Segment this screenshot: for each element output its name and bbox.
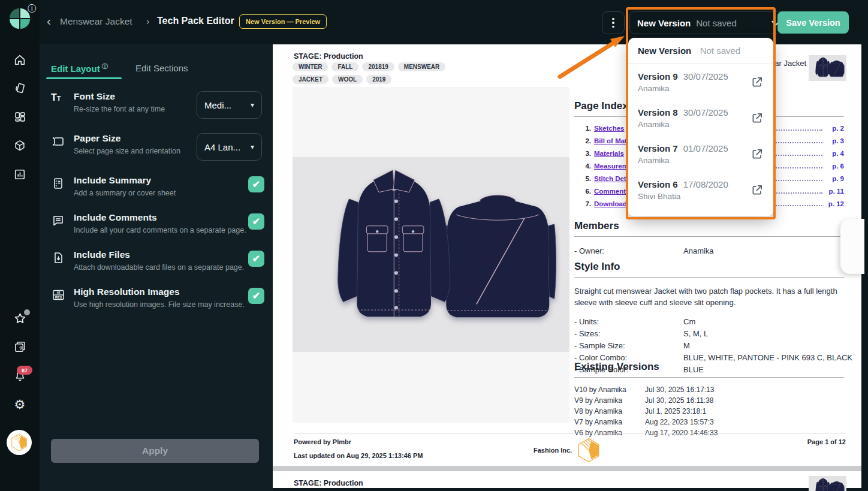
- include-comments-row: Include Comments Include all your card c…: [51, 212, 261, 234]
- comments-icon: [51, 213, 67, 229]
- field-row: - Sizes:S, M, L: [574, 329, 844, 338]
- version-author: Anamika: [638, 156, 751, 165]
- external-link-icon[interactable]: [751, 112, 764, 125]
- external-link-icon[interactable]: [751, 76, 764, 89]
- stage-label: STAGE: Production: [294, 479, 363, 487]
- dropdown-version-item[interactable]: Version 930/07/2025 Anamika: [628, 64, 773, 100]
- apply-button[interactable]: Apply: [51, 439, 259, 463]
- materials-card-icon[interactable]: [13, 82, 26, 95]
- products-box-icon[interactable]: [13, 139, 26, 152]
- owner-value: Anamika: [683, 246, 714, 255]
- last-updated: Last updated on Aug 29, 2025 1:13:46 PM: [294, 452, 423, 459]
- dropdown-current-version[interactable]: New Version Not saved: [628, 38, 773, 64]
- font-size-select[interactable]: Medi... ▾: [197, 91, 262, 119]
- index-page[interactable]: p. 9: [826, 175, 844, 182]
- page-divider: [273, 466, 861, 471]
- field-row: - Sample Size:M: [574, 341, 844, 350]
- help-icon[interactable]: ?: [13, 340, 26, 353]
- version-name: Version 9: [638, 71, 678, 82]
- index-page[interactable]: p. 6: [826, 162, 844, 170]
- version-date: 01/07/2025: [683, 143, 728, 153]
- version-date: 30/07/2025: [683, 107, 728, 118]
- version-author: V8 by Anamika: [574, 407, 645, 415]
- paper-size-icon: [51, 134, 67, 150]
- page-footer: Powered by Plmbr Last updated on Aug 29,…: [294, 433, 846, 459]
- index-page[interactable]: p. 12: [826, 200, 844, 207]
- page-title: Tech Pack Editor: [157, 16, 234, 26]
- field-label: - Sizes:: [574, 329, 683, 338]
- index-number: 1.: [581, 125, 591, 132]
- kebab-menu-button[interactable]: [602, 11, 625, 34]
- members-section: Members - Owner: Anamika: [574, 220, 844, 255]
- font-size-icon: TT: [51, 92, 67, 108]
- index-page[interactable]: p. 2: [826, 125, 844, 132]
- index-link[interactable]: Materials: [594, 150, 624, 157]
- tag-pill: MENSWEAR: [398, 62, 445, 71]
- notification-badge: 87: [17, 366, 32, 375]
- index-number: 7.: [581, 200, 591, 207]
- version-row: V8 by AnamikaJul 1, 2025 23:18:1: [574, 407, 844, 415]
- index-link[interactable]: Downloads: [594, 200, 631, 207]
- tab-edit-layout[interactable]: Edit Layoutⓘ: [51, 62, 108, 74]
- home-icon[interactable]: [13, 53, 26, 67]
- tag-pill: JACKET: [293, 75, 328, 84]
- tag-pill: 201819: [362, 62, 394, 71]
- info-icon[interactable]: ⓘ: [28, 4, 36, 14]
- include-comments-checkbox[interactable]: ✔: [248, 213, 264, 230]
- high-res-checkbox[interactable]: ✔: [248, 288, 264, 304]
- existing-versions-section: Existing Versions V10 by AnamikaJul 30, …: [574, 361, 844, 437]
- company-name: Fashion Inc.: [534, 447, 572, 454]
- page-number: Page 1 of 12: [807, 438, 846, 445]
- summary-doc-icon: [51, 176, 67, 192]
- tab-edit-sections[interactable]: Edit Sections: [135, 63, 188, 73]
- index-link[interactable]: Comments: [594, 188, 629, 195]
- dropdown-version-item[interactable]: Version 701/07/2025 Anamika: [628, 136, 773, 172]
- user-avatar[interactable]: [7, 430, 32, 455]
- tag-pill: WINTER: [293, 62, 328, 71]
- save-version-button[interactable]: Save Version: [777, 11, 849, 34]
- breadcrumb-parent[interactable]: Menswear Jacket: [60, 16, 132, 27]
- style-description: Straight cut menswear Jacket with two pa…: [574, 286, 844, 309]
- index-link[interactable]: Sketches: [594, 125, 625, 132]
- version-author: Shivi Bhatia: [638, 192, 751, 201]
- edge-flap-handle[interactable]: [840, 219, 864, 274]
- active-tab-underline: [46, 77, 122, 79]
- include-summary-desc: Add a summary or cover sheet: [74, 189, 261, 197]
- include-files-title: Include Files: [74, 249, 261, 260]
- favorites-star-icon[interactable]: [13, 312, 26, 325]
- reports-chart-icon[interactable]: [13, 168, 26, 181]
- external-link-icon[interactable]: [751, 147, 764, 161]
- version-row: V9 by AnamikaJul 30, 2025 16:11:38: [574, 396, 844, 405]
- back-chevron-icon[interactable]: ‹: [47, 14, 51, 28]
- paper-size-value: A4 Lan...: [204, 142, 240, 152]
- owner-row: - Owner: Anamika: [574, 246, 844, 255]
- include-files-checkbox[interactable]: ✔: [248, 251, 264, 267]
- settings-gear-icon[interactable]: ⚙: [13, 398, 26, 411]
- external-link-icon[interactable]: [751, 183, 764, 197]
- include-files-desc: Attach downloadable card files on a sepa…: [74, 263, 261, 272]
- dashboard-icon[interactable]: [13, 110, 26, 123]
- document-preview-area[interactable]: STAGE: Production WINTER FALL 201819 MEN…: [273, 44, 868, 491]
- powered-by: Powered by Plmbr: [294, 438, 423, 445]
- index-page[interactable]: p. 4: [826, 150, 844, 157]
- index-page[interactable]: p. 11: [826, 188, 844, 195]
- version-timestamp: Jul 1, 2025 23:18:1: [645, 407, 706, 415]
- version-select[interactable]: New Version Not saved: [629, 11, 786, 34]
- index-page[interactable]: p. 3: [826, 137, 844, 144]
- version-timestamp: Jul 30, 2025 16:11:38: [645, 396, 714, 405]
- index-number: 3.: [581, 150, 591, 157]
- index-number: 4.: [581, 162, 591, 170]
- include-summary-title: Include Summary: [74, 175, 261, 186]
- include-files-row: Include Files Attach downloadable card f…: [51, 249, 261, 272]
- tag-list: WINTER FALL 201819 MENSWEAR JACKET WOOL …: [293, 62, 484, 84]
- dropdown-version-item[interactable]: Version 830/07/2025 Anamika: [628, 100, 773, 136]
- sketch-image: [293, 157, 569, 352]
- style-info-heading: Style Info: [574, 261, 844, 278]
- version-row: V10 by AnamikaJul 30, 2025 16:17:13: [574, 385, 844, 394]
- svg-text:?: ?: [19, 345, 23, 351]
- version-author: Anamika: [638, 84, 751, 93]
- paper-size-select[interactable]: A4 Lan... ▾: [197, 133, 262, 161]
- include-summary-checkbox[interactable]: ✔: [248, 176, 264, 192]
- field-row: - Units:Cm: [574, 317, 844, 326]
- dropdown-version-item[interactable]: Version 617/08/2020 Shivi Bhatia: [628, 172, 773, 208]
